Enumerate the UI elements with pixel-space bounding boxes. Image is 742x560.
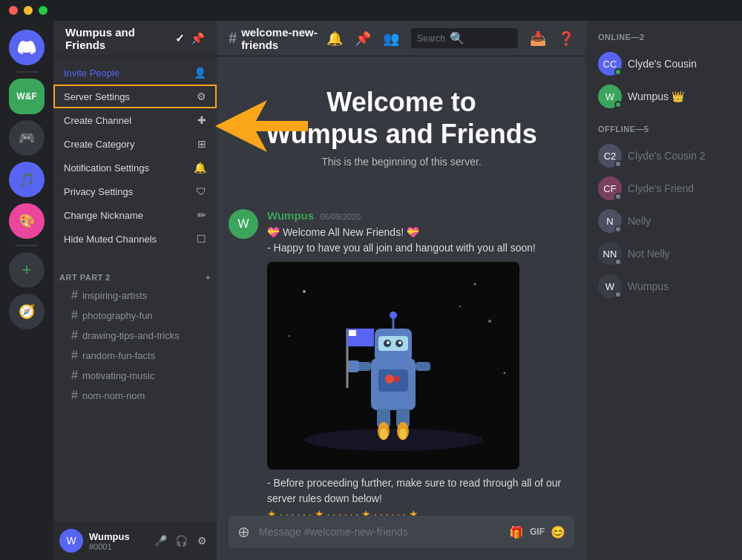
member-clydes-cousin-2[interactable]: C2 Clyde's Cousin 2: [592, 139, 736, 172]
create-category-item[interactable]: Create Category ⊞: [53, 132, 217, 156]
channel-name: photography-fun: [82, 310, 153, 321]
notification-settings-item[interactable]: Notification Settings 🔔: [53, 156, 217, 179]
privacy-settings-item[interactable]: Privacy Settings 🛡: [53, 179, 217, 203]
change-nickname-item[interactable]: Change Nickname ✏: [53, 203, 217, 227]
checkbox-icon: ☐: [197, 233, 206, 245]
user-info: Wumpus #0001: [89, 531, 145, 551]
server-icon-gaming[interactable]: 🎮: [9, 120, 45, 156]
add-server-button[interactable]: +: [9, 252, 45, 288]
notification-icon: 🔔: [194, 162, 206, 174]
search-bar[interactable]: Search 🔍: [411, 28, 518, 48]
search-icon: 🔍: [450, 31, 464, 45]
invite-icon: 👤: [194, 67, 206, 79]
server-name: Wumpus and Friends: [65, 26, 175, 51]
member-name: Clyde's Friend: [628, 182, 694, 194]
svg-rect-16: [347, 360, 359, 372]
channel-inspiring-artists[interactable]: # inspiring-artists: [59, 286, 211, 305]
server-divider-2: [15, 245, 39, 246]
member-nelly[interactable]: N Nelly: [592, 205, 736, 237]
main-content: # welcome-new-friends 🔔 📌 👥 Search 🔍 📥 ❓…: [217, 21, 586, 560]
explore-servers-button[interactable]: 🧭: [9, 294, 45, 329]
channel-random-fun-facts[interactable]: # random-fun-facts: [59, 346, 211, 365]
hash-icon: #: [71, 329, 78, 342]
gif-icon[interactable]: GIF: [530, 527, 545, 537]
message-group: W Wumpus 06/09/2020 💝 Welcome All New Fr…: [229, 209, 574, 515]
channel-name: random-fun-facts: [82, 350, 155, 361]
channel-drawing-tips[interactable]: # drawing-tips-and-tricks: [59, 326, 211, 345]
members-sidebar: ONLINE—2 CC Clyde's Cousin W Wumpus 👑 OF…: [586, 21, 742, 560]
member-wumpus-online[interactable]: W Wumpus 👑: [592, 80, 736, 113]
close-dot[interactable]: [9, 6, 18, 15]
privacy-icon: 🛡: [196, 185, 206, 197]
status-dot-offline: [614, 225, 622, 233]
welcome-subtitle: This is the beginning of this server.: [229, 156, 574, 168]
server-settings-item[interactable]: Server Settings ⚙: [53, 85, 217, 108]
mic-button[interactable]: 🎤: [151, 532, 169, 550]
pin-header-icon[interactable]: 📌: [355, 30, 371, 47]
channel-nom-nom-nom[interactable]: # nom-nom-nom: [59, 386, 211, 405]
header-icons: ✓ 📌: [175, 32, 205, 45]
svg-point-31: [504, 372, 506, 375]
member-clydes-friend[interactable]: CF Clyde's Friend: [592, 172, 736, 205]
headset-button[interactable]: 🎧: [172, 532, 190, 550]
hide-muted-label: Hide Muted Channels: [64, 234, 157, 245]
svg-point-28: [474, 283, 476, 286]
channel-sidebar: Wumpus and Friends ✓ 📌 Invite People 👤 S…: [53, 21, 217, 560]
message-header: Wumpus 06/09/2020: [267, 209, 574, 222]
member-avatar: C2: [598, 144, 622, 168]
user-panel: W Wumpus #0001 🎤 🎧 ⚙: [53, 521, 217, 560]
category-label: ART PART 2: [59, 273, 111, 282]
message-text-2: - Before proceeding further, make sure t…: [267, 475, 574, 515]
status-dot-online: [614, 101, 622, 108]
channel-name: motivating-music: [82, 370, 155, 381]
inbox-icon[interactable]: 📥: [530, 30, 546, 47]
hide-muted-item[interactable]: Hide Muted Channels ☐: [53, 227, 217, 251]
server-header[interactable]: Wumpus and Friends ✓ 📌: [53, 21, 217, 56]
server-context-menu: Invite People 👤 Server Settings ⚙ Create…: [53, 56, 217, 255]
add-file-button[interactable]: ⊕: [237, 523, 250, 541]
member-avatar: CF: [598, 177, 622, 200]
help-icon[interactable]: ❓: [558, 30, 574, 47]
server-icon-art[interactable]: 🎨: [9, 203, 45, 239]
category-art-part-2[interactable]: ART PART 2 +: [53, 261, 217, 285]
member-not-nelly[interactable]: NN Not Nelly: [592, 237, 736, 270]
svg-point-2: [304, 429, 482, 451]
main-header: # welcome-new-friends 🔔 📌 👥 Search 🔍 📥 ❓: [217, 21, 586, 56]
channel-photography-fun[interactable]: # photography-fun: [59, 306, 211, 325]
server-icon-discord[interactable]: [9, 30, 45, 65]
server-icon-wumpus[interactable]: W&F: [9, 79, 45, 114]
create-channel-icon: ✚: [197, 114, 206, 126]
pin-icon: 📌: [191, 32, 205, 45]
svg-rect-17: [416, 362, 430, 371]
emoji-icon[interactable]: 😊: [551, 525, 565, 539]
settings-button[interactable]: ⚙: [193, 532, 211, 550]
channel-name-header: # welcome-new-friends: [229, 26, 318, 51]
invite-people-item[interactable]: Invite People 👤: [53, 61, 217, 85]
svg-point-11: [387, 341, 390, 344]
minimize-dot[interactable]: [24, 6, 33, 15]
members-icon[interactable]: 👥: [383, 30, 399, 47]
message-timestamp: 06/09/2020: [320, 212, 361, 221]
message-image: [267, 262, 519, 470]
member-clydes-cousin[interactable]: CC Clyde's Cousin: [592, 47, 736, 80]
member-avatar: W: [598, 85, 622, 108]
invite-people-label: Invite People: [64, 67, 119, 79]
member-name: Wumpus: [628, 280, 669, 292]
svg-point-27: [303, 290, 306, 293]
svg-point-12: [398, 341, 401, 344]
add-channel-icon[interactable]: +: [206, 273, 211, 282]
svg-point-22: [380, 428, 387, 440]
offline-section-title: OFFLINE—5: [592, 125, 736, 134]
notification-bell-icon[interactable]: 🔔: [326, 30, 343, 47]
username: Wumpus: [89, 531, 145, 542]
server-icon-music[interactable]: 🎵: [9, 162, 45, 197]
svg-point-6: [394, 376, 400, 382]
create-channel-item[interactable]: Create Channel ✚: [53, 108, 217, 132]
member-wumpus-offline[interactable]: W Wumpus: [592, 270, 736, 303]
member-name: Wumpus 👑: [628, 90, 684, 102]
gift-icon[interactable]: 🎁: [509, 525, 524, 539]
maximize-dot[interactable]: [39, 6, 47, 15]
message-input[interactable]: Message #welcome-new-friends: [259, 526, 500, 538]
change-nickname-label: Change Nickname: [64, 210, 143, 221]
channel-motivating-music[interactable]: # motivating-music: [59, 366, 211, 385]
